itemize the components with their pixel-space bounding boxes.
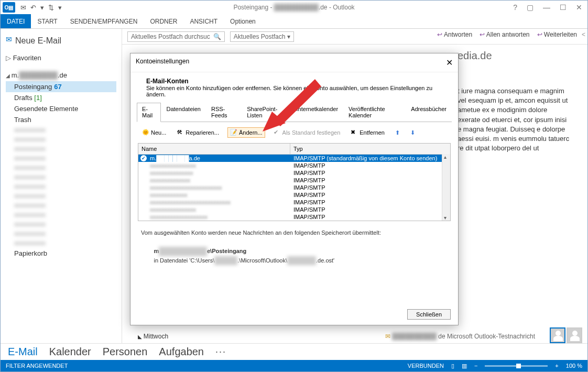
folder-recycle-bin[interactable]: Papierkorb	[6, 248, 116, 259]
zoom-slider[interactable]	[485, 365, 548, 367]
avatar-icon	[550, 327, 565, 343]
folder-sent[interactable]: Gesendete Elemente	[6, 103, 116, 114]
nav-calendar[interactable]: Kalender	[49, 346, 91, 358]
folder-drafts[interactable]: Drafts [1]	[6, 92, 116, 103]
folder-redacted[interactable]: xxxxxxxxxx	[6, 163, 116, 172]
account-row[interactable]: xxxxxxxxxxxxxxxxxxxxIMAP/SMTP	[138, 213, 450, 221]
qat-dropdown-icon[interactable]: ▾	[40, 4, 44, 12]
account-row[interactable]: xxxxxxxxxxxxxxxxIMAP/SMTP	[138, 162, 450, 169]
tab-file[interactable]: DATEI	[1, 14, 31, 28]
account-row[interactable]: xxxxxxxxxxxxxxxxxxxxxxxxxIMAP/SMTP	[138, 184, 450, 191]
qat-customize-icon[interactable]: ▾	[58, 4, 62, 12]
nav-more-icon[interactable]: ···	[215, 346, 226, 357]
account-row[interactable]: xxxxxxxxxxxxxxxxIMAP/SMTP	[138, 206, 450, 213]
search-icon[interactable]: 🔍	[213, 33, 221, 40]
dialog-info-text: Vom ausgewählten Konto werden neue Nachr…	[130, 221, 458, 272]
new-account-button[interactable]: 🌞Neu...	[140, 128, 168, 137]
tab-rss-feeds[interactable]: RSS-Feeds	[206, 103, 242, 122]
new-email-button[interactable]: Neue E-Mail	[6, 33, 116, 52]
folder-redacted[interactable]: xxxxxxxxxx	[6, 144, 116, 154]
tab-start[interactable]: START	[31, 14, 63, 28]
set-default-button[interactable]: ✔Als Standard festlegen	[271, 128, 343, 137]
dialog-tabs: E-Mail Datendateien RSS-Feeds SharePoint…	[137, 103, 452, 122]
view-normal-icon[interactable]: ▯	[451, 363, 454, 369]
ribbon-tabs: DATEI START SENDEN/EMPFANGEN ORDNER ANSI…	[1, 14, 587, 29]
zoom-out-icon[interactable]: −	[474, 363, 477, 369]
folder-redacted[interactable]: xxxxxxxxxx	[6, 172, 116, 182]
status-bar: FILTER ANGEWENDET VERBUNDEN ▯ ▥ − + 100 …	[1, 360, 587, 371]
folder-redacted[interactable]: xxxxxxxxxx	[6, 201, 116, 210]
status-connected: VERBUNDEN	[408, 363, 444, 369]
tab-send-receive[interactable]: SENDEN/EMPFANGEN	[64, 14, 144, 28]
tab-email[interactable]: E-Mail	[137, 103, 161, 122]
move-up-button[interactable]: ⬆	[393, 128, 402, 137]
maximize-icon[interactable]: ☐	[560, 3, 567, 12]
grid-col-name[interactable]: Name	[138, 144, 290, 154]
account-group[interactable]: m.████████.de	[6, 69, 116, 81]
folder-redacted[interactable]: xxxxxxxxxx	[6, 154, 116, 163]
tab-address-books[interactable]: Adressbücher	[406, 103, 452, 122]
message-list-item[interactable]: ██████████ de Microsoft Outlook-Testnach…	[385, 333, 535, 340]
outlook-app-icon: O▤	[3, 2, 15, 13]
view-reading-icon[interactable]: ▥	[462, 363, 467, 369]
close-window-icon[interactable]: ✕	[576, 3, 582, 12]
close-dialog-button[interactable]: Schließen	[407, 309, 451, 320]
grid-col-type[interactable]: Typ	[290, 144, 306, 154]
account-row[interactable]: xxxxxxxxxxxxxxIMAP/SMTP	[138, 177, 450, 184]
grid-scrollbar[interactable]	[442, 154, 450, 221]
folder-redacted[interactable]: xxxxxxxxxx	[6, 210, 116, 220]
minimize-icon[interactable]: —	[543, 3, 550, 12]
tab-published-calendars[interactable]: Veröffentlichte Kalender	[343, 103, 406, 122]
qat-touch-icon[interactable]: ⇅	[48, 4, 54, 12]
repair-icon: 🛠	[177, 129, 184, 136]
title-bar: O▤ ✉ ↶ ▾ ⇅ ▾ Posteingang - ██████████.de…	[1, 1, 587, 14]
qat-undo-icon[interactable]: ↶	[30, 4, 36, 12]
dialog-close-icon[interactable]: ✕	[446, 58, 453, 68]
tab-view[interactable]: ANSICHT	[183, 14, 224, 28]
account-row[interactable]: xxxxxxxxxxxxxxxIMAP/SMTP	[138, 169, 450, 177]
tab-folder[interactable]: ORDNER	[144, 14, 183, 28]
qat-send-receive-icon[interactable]: ✉	[20, 4, 26, 12]
folder-redacted[interactable]: xxxxxxxxxx	[6, 191, 116, 201]
reply-button[interactable]: Antworten	[437, 31, 472, 38]
folder-inbox[interactable]: Posteingang67	[6, 81, 116, 92]
folder-redacted[interactable]: xxxxxxxxxx	[6, 229, 116, 238]
chevron-down-icon: ▾	[287, 33, 290, 40]
dialog-button-bar: Schließen	[130, 304, 458, 325]
folder-redacted[interactable]: xxxxxxxxxx	[6, 238, 116, 248]
nav-tasks[interactable]: Aufgaben	[159, 346, 204, 358]
tab-options[interactable]: Optionen	[224, 14, 262, 28]
nav-mail[interactable]: E-Mail	[8, 346, 38, 358]
change-account-button[interactable]: 📝Ändern...	[227, 127, 265, 138]
reading-pane-sender: edia.de	[458, 50, 577, 62]
folder-redacted[interactable]: xxxxxxxxxx	[6, 135, 116, 144]
grid-body: m.████████a.deIMAP/SMTP (standardmäßig v…	[138, 155, 450, 221]
account-row[interactable]: xxxxxxxxxxxxxxxxxxxxxxxxxxxxIMAP/SMTP	[138, 199, 450, 206]
favorites-group[interactable]: Favoriten	[6, 52, 116, 64]
folder-redacted[interactable]: xxxxxxxxxx	[6, 182, 116, 191]
search-input[interactable]: Aktuelles Postfach durchsuc 🔍	[127, 31, 225, 42]
account-row[interactable]: xxxxxxxxxxxxxIMAP/SMTP	[138, 191, 450, 199]
repair-account-button[interactable]: 🛠Reparieren...	[175, 128, 221, 137]
message-list-day-group[interactable]: Mittwoch	[138, 333, 168, 340]
help-icon[interactable]: ?	[513, 3, 517, 12]
folder-redacted[interactable]: xxxxxxxxxx	[6, 220, 116, 229]
forward-button[interactable]: Weiterleiten	[537, 31, 577, 38]
tab-data-files[interactable]: Datendateien	[161, 103, 205, 122]
dialog-title-text: Kontoeinstellungen	[136, 58, 189, 68]
nav-people[interactable]: Personen	[103, 346, 148, 358]
move-down-button[interactable]: ⬇	[408, 128, 417, 137]
folder-redacted[interactable]: xxxxxxxxxx	[6, 125, 116, 135]
zoom-in-icon[interactable]: +	[555, 363, 558, 369]
remove-account-button[interactable]: ✖Entfernen	[349, 128, 387, 137]
reply-all-button[interactable]: Allen antworten	[480, 31, 529, 38]
search-scope-dropdown[interactable]: Aktuelles Postfach ▾	[230, 31, 294, 42]
account-row[interactable]: m.████████a.deIMAP/SMTP (standardmäßig v…	[138, 155, 450, 162]
change-icon: 📝	[230, 129, 237, 136]
people-pane[interactable]	[550, 327, 582, 343]
folder-trash[interactable]: Trash	[6, 114, 116, 125]
tab-internet-calendars[interactable]: Internetkalender	[291, 103, 344, 122]
tab-sharepoint[interactable]: SharePoint-Listen	[242, 103, 291, 122]
ribbon-display-icon[interactable]: ▢	[527, 3, 533, 12]
dialog-title-bar: Kontoeinstellungen ✕	[130, 53, 458, 72]
